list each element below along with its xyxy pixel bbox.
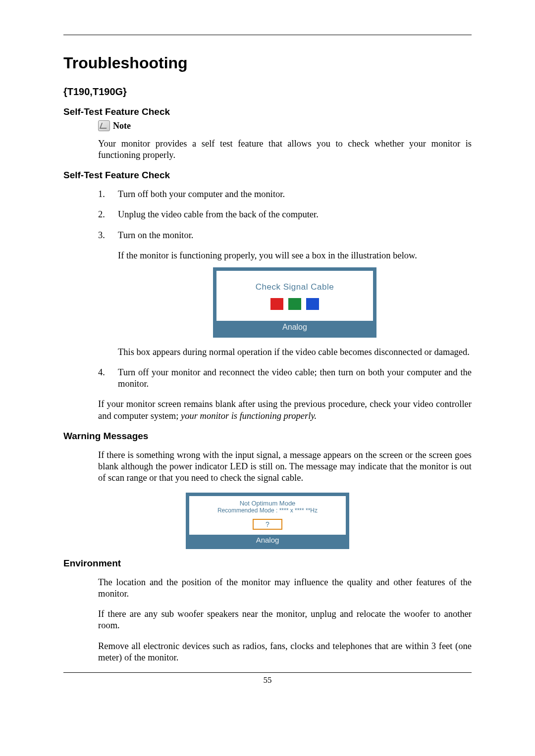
question-mark-button: ? [253,519,282,530]
step-4: Turn off your monitor and reconnect the … [98,367,472,390]
step-3-after: This box appears during normal operation… [118,347,472,358]
model-number: {T190,T190G} [63,86,472,98]
note-label: Note [113,121,131,131]
document-page: Troubleshooting {T190,T190G} Self-Test F… [0,0,535,705]
step-1: Turn off both your computer and the moni… [98,189,472,200]
not-optimum-mode-box: Not Optimum Mode Recommended Mode : ****… [186,493,349,549]
bottom-rule [63,672,472,673]
step-3-sub: If the monitor is functioning properly, … [118,250,472,261]
self-test-intro-text: Your monitor provides a self test featur… [98,138,472,161]
recommended-mode-text: Recommended Mode : **** x **** **Hz [189,507,346,519]
check-signal-cable-title: Check Signal Cable [216,271,373,298]
warning-body: If there is something wrong with the inp… [98,450,472,484]
check-signal-cable-box: Check Signal Cable Analog [213,267,376,338]
color-squares [216,298,373,321]
not-optimum-title: Not Optimum Mode [189,496,346,507]
note-icon [98,120,110,131]
environment-p2: If there are any sub woofer speakers nea… [98,608,472,631]
self-test-heading-2: Self-Test Feature Check [63,170,472,181]
self-test-closing: If your monitor screen remains blank aft… [98,399,472,421]
step-2: Unplug the video cable from the back of … [98,209,472,220]
closing-b-italic: your monitor is functioning properly. [181,411,317,421]
environment-p3: Remove all electronic devices such as ra… [98,641,472,663]
self-test-heading-1: Self-Test Feature Check [63,106,472,117]
environment-p1: The location and the position of the mon… [98,577,472,600]
red-square-icon [270,298,283,310]
blue-square-icon [306,298,319,310]
analog-footer-1: Analog [216,321,373,334]
step-3: Turn on the monitor. If the monitor is f… [98,230,472,358]
note-row: Note [98,120,472,131]
top-rule [63,35,472,35]
green-square-icon [288,298,301,310]
steps-list: Turn off both your computer and the moni… [98,189,472,390]
page-title: Troubleshooting [63,54,472,72]
warning-messages-heading: Warning Messages [63,431,472,442]
analog-footer-2: Analog [189,535,346,546]
step-3-text: Turn on the monitor. [118,230,193,240]
page-number: 55 [63,675,472,685]
environment-heading: Environment [63,558,472,569]
